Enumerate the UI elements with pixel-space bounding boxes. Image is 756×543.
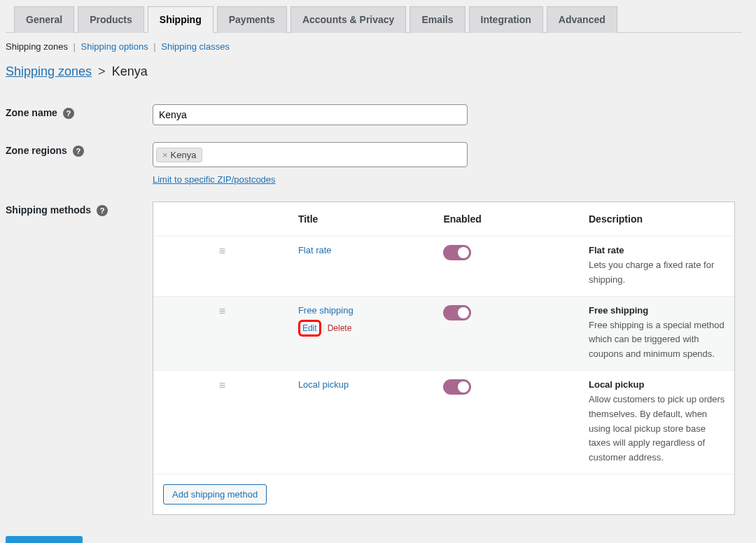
enabled-toggle[interactable]	[443, 379, 471, 395]
method-desc-title: Local pickup	[589, 379, 727, 390]
zone-regions-input[interactable]: ×Kenya	[153, 142, 468, 167]
help-icon[interactable]: ?	[73, 146, 84, 157]
subnav-options[interactable]: Shipping options	[81, 41, 148, 52]
tab-products[interactable]: Products	[78, 6, 144, 33]
tab-general[interactable]: General	[14, 6, 74, 33]
method-title-link[interactable]: Free shipping	[298, 305, 354, 316]
tab-advanced[interactable]: Advanced	[547, 6, 617, 33]
shipping-subnav: Shipping zones | Shipping options | Ship…	[6, 41, 742, 52]
shipping-methods-label: Shipping methods	[6, 204, 91, 216]
subnav-classes[interactable]: Shipping classes	[161, 41, 230, 52]
edit-highlight: Edit	[298, 320, 321, 337]
zone-name-input[interactable]	[153, 104, 468, 125]
region-tag[interactable]: ×Kenya	[156, 148, 202, 162]
method-title-link[interactable]: Flat rate	[298, 245, 332, 255]
drag-handle-icon[interactable]: ≡	[219, 379, 225, 391]
limit-zip-link[interactable]: Limit to specific ZIP/postcodes	[153, 174, 276, 185]
col-description: Description	[589, 202, 734, 237]
method-desc-title: Free shipping	[589, 305, 727, 316]
enabled-toggle[interactable]	[443, 245, 471, 260]
col-enabled: Enabled	[443, 202, 589, 237]
help-icon[interactable]: ?	[97, 205, 108, 216]
tab-emails[interactable]: Emails	[410, 6, 465, 33]
tab-payments[interactable]: Payments	[217, 6, 287, 33]
settings-tabs: General Products Shipping Payments Accou…	[6, 6, 742, 33]
table-row: ≡ Local pickup Local pickup Allow custom…	[153, 370, 734, 474]
save-changes-button[interactable]: Save changes	[6, 536, 83, 543]
zone-name-label: Zone name	[6, 107, 57, 118]
shipping-methods-table: Title Enabled Description ≡ Flat rate	[153, 202, 735, 515]
delete-link[interactable]: Delete	[328, 323, 352, 333]
breadcrumb: Shipping zones > Kenya	[6, 64, 742, 79]
tab-shipping[interactable]: Shipping	[148, 6, 214, 33]
method-desc-text: Free shipping is a special method which …	[589, 318, 727, 362]
drag-handle-icon[interactable]: ≡	[219, 245, 225, 257]
help-icon[interactable]: ?	[63, 108, 74, 119]
breadcrumb-root[interactable]: Shipping zones	[6, 64, 92, 78]
enabled-toggle[interactable]	[443, 305, 471, 320]
breadcrumb-current: Kenya	[112, 64, 148, 78]
method-desc-title: Flat rate	[589, 245, 727, 255]
table-row: ≡ Free shipping Edit|Delete Free shipp	[153, 296, 734, 370]
remove-tag-icon[interactable]: ×	[162, 150, 168, 160]
row-actions: Edit|Delete	[298, 320, 437, 337]
method-desc-text: Allow customers to pick up orders themse…	[589, 393, 727, 465]
edit-link[interactable]: Edit	[302, 323, 317, 333]
method-title-link[interactable]: Local pickup	[298, 379, 349, 390]
tab-accounts-privacy[interactable]: Accounts & Privacy	[290, 6, 407, 33]
table-row: ≡ Flat rate Flat rate Lets you charge a …	[153, 237, 734, 297]
subnav-zones[interactable]: Shipping zones	[6, 41, 68, 52]
tab-integration[interactable]: Integration	[469, 6, 543, 33]
add-shipping-method-button[interactable]: Add shipping method	[163, 484, 267, 505]
col-title: Title	[298, 202, 444, 237]
drag-handle-icon[interactable]: ≡	[219, 305, 225, 317]
zone-regions-label: Zone regions	[6, 145, 67, 156]
method-desc-text: Lets you charge a fixed rate for shippin…	[589, 258, 727, 288]
